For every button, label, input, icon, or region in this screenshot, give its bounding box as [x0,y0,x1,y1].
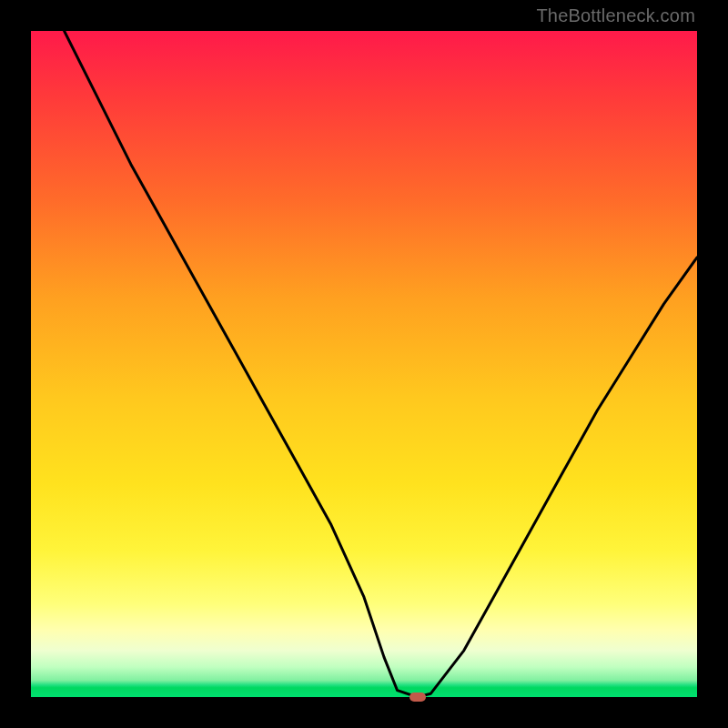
bottleneck-curve [31,31,697,697]
optimal-marker [410,693,426,702]
chart-frame: TheBottleneck.com [0,0,728,728]
attribution-text: TheBottleneck.com [536,5,695,26]
plot-area [31,31,697,697]
